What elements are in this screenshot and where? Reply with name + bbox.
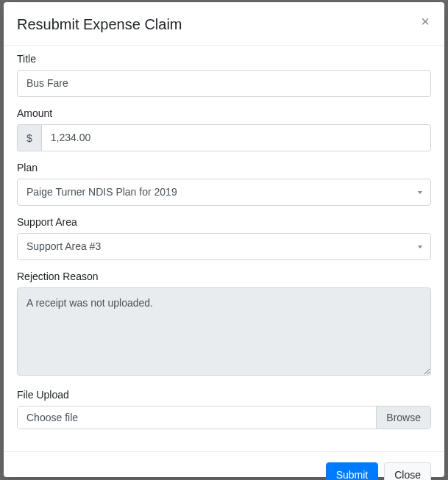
plan-select[interactable]: Paige Turner NDIS Plan for 2019 xyxy=(17,179,431,206)
amount-label: Amount xyxy=(17,107,431,119)
resubmit-expense-modal: Resubmit Expense Claim × Title Amount $ … xyxy=(4,2,444,477)
support-area-select[interactable]: Support Area #3 xyxy=(17,233,431,260)
currency-symbol: $ xyxy=(17,124,41,151)
browse-button[interactable]: Browse xyxy=(376,406,430,429)
file-input[interactable]: Choose file Browse xyxy=(17,406,431,429)
plan-label: Plan xyxy=(17,162,431,173)
close-button[interactable]: Close xyxy=(384,462,431,480)
close-icon[interactable]: × xyxy=(419,14,431,29)
title-input[interactable] xyxy=(17,70,431,97)
file-upload-group: File Upload Choose file Browse xyxy=(17,389,431,429)
support-area-select-wrapper: Support Area #3 xyxy=(17,233,431,260)
amount-input-group: $ xyxy=(17,124,431,151)
rejection-reason-label: Rejection Reason xyxy=(17,271,431,282)
modal-body: Title Amount $ Plan Paige Turner NDIS Pl… xyxy=(4,46,444,451)
rejection-reason-textarea[interactable]: A receipt was not uploaded. xyxy=(17,287,431,376)
file-upload-label: File Upload xyxy=(17,389,431,401)
modal-footer: Submit Close xyxy=(4,451,444,480)
title-group: Title xyxy=(17,53,431,97)
title-label: Title xyxy=(17,53,431,65)
plan-group: Plan Paige Turner NDIS Plan for 2019 xyxy=(17,162,431,206)
rejection-reason-group: Rejection Reason A receipt was not uploa… xyxy=(17,271,431,379)
support-area-label: Support Area xyxy=(17,216,431,228)
submit-button[interactable]: Submit xyxy=(326,462,379,480)
amount-input[interactable] xyxy=(41,124,431,151)
plan-select-wrapper: Paige Turner NDIS Plan for 2019 xyxy=(17,179,431,206)
amount-group: Amount $ xyxy=(17,107,431,151)
support-area-group: Support Area Support Area #3 xyxy=(17,216,431,260)
file-input-placeholder: Choose file xyxy=(18,406,376,429)
modal-header: Resubmit Expense Claim × xyxy=(4,2,444,46)
modal-title: Resubmit Expense Claim xyxy=(17,14,182,35)
